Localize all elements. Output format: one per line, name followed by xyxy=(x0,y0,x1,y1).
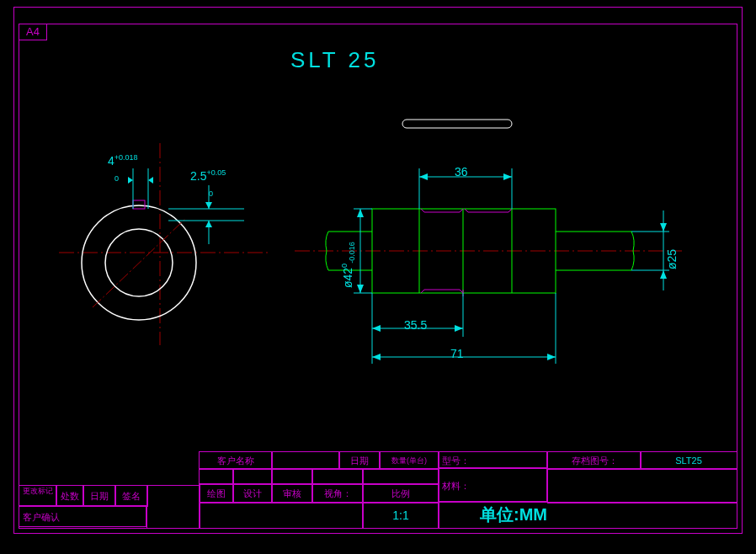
tb-left-4: 客户确认 xyxy=(19,505,146,527)
dim-36: 36 xyxy=(455,165,468,178)
page-size-label: A4 xyxy=(19,24,47,40)
svg-rect-0 xyxy=(402,120,512,128)
tb-qty: 数量(单台) xyxy=(379,451,439,470)
drawing-title: SLT 25 xyxy=(290,47,379,73)
tb-ratio: 1:1 xyxy=(362,502,439,529)
tb-bottom-blank1 xyxy=(199,502,364,529)
tb-left-spacer xyxy=(146,485,200,529)
tb-r2-b4 xyxy=(362,468,439,485)
tb-archive: 存档图号： xyxy=(547,451,642,470)
tb-design: 设计 xyxy=(232,483,273,503)
dim-line-1 xyxy=(128,168,162,210)
dim-line-2 xyxy=(168,185,253,253)
cad-canvas: A4 SLT 25 4+0.0180 2.5+0.050 36 35.5 71 … xyxy=(0,0,756,554)
dim-phi42: ø420-0.016 xyxy=(340,242,356,288)
tb-right-blank xyxy=(547,468,737,503)
slot-top-view xyxy=(399,116,517,133)
tb-model: 型号： xyxy=(438,451,547,468)
dim-71: 71 xyxy=(450,347,464,360)
tb-client: 客户名称 xyxy=(199,451,273,470)
tb-material: 材料： xyxy=(438,468,547,502)
tb-client-val xyxy=(271,451,340,470)
tb-left-3: 签名 xyxy=(114,485,148,507)
tb-r2-b2 xyxy=(271,468,313,485)
dim-35-5: 35.5 xyxy=(404,318,427,332)
tb-left-0: 更改标记 xyxy=(19,485,57,507)
unit-label: 单位:MM xyxy=(480,503,547,526)
tb-archive-val: SLT25 xyxy=(640,451,737,470)
dim-phi25: ø25 xyxy=(665,249,679,269)
tb-left-2: 日期 xyxy=(83,485,116,507)
tb-r2-blank xyxy=(199,468,234,485)
tb-r2-b1 xyxy=(232,468,273,485)
tb-scale: 比例 xyxy=(362,483,439,503)
tb-check: 审核 xyxy=(271,483,313,503)
tb-left-1: 处数 xyxy=(56,485,84,507)
tb-view: 视角： xyxy=(311,483,364,503)
tb-r2-b3 xyxy=(311,468,364,485)
tb-draw: 绘图 xyxy=(199,483,234,503)
tb-date: 日期 xyxy=(338,451,381,470)
